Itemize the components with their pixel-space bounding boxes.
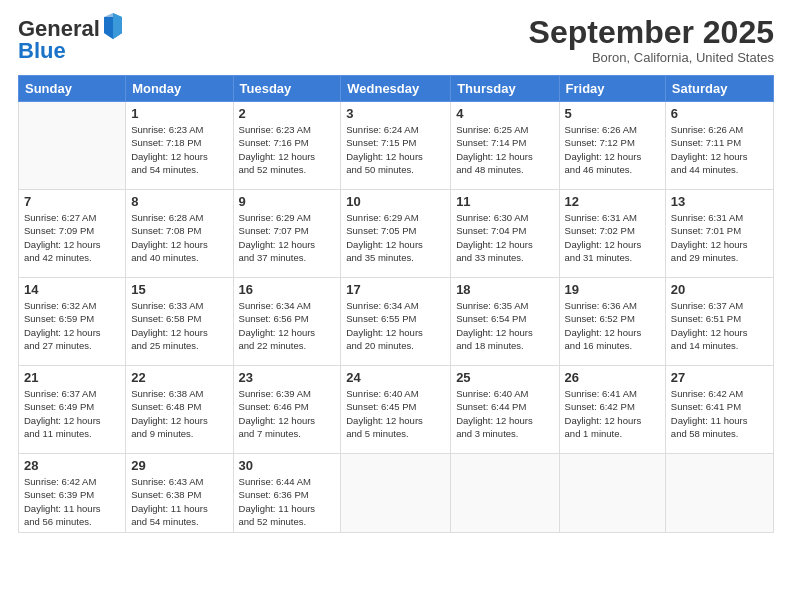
header-row: Sunday Monday Tuesday Wednesday Thursday…	[19, 76, 774, 102]
col-sunday: Sunday	[19, 76, 126, 102]
cell-content: Sunrise: 6:41 AMSunset: 6:42 PMDaylight:…	[565, 387, 660, 440]
calendar-cell: 21Sunrise: 6:37 AMSunset: 6:49 PMDayligh…	[19, 366, 126, 454]
cell-content: Sunrise: 6:31 AMSunset: 7:01 PMDaylight:…	[671, 211, 768, 264]
cell-content: Sunrise: 6:36 AMSunset: 6:52 PMDaylight:…	[565, 299, 660, 352]
cell-content: Sunrise: 6:23 AMSunset: 7:18 PMDaylight:…	[131, 123, 227, 176]
cell-content: Sunrise: 6:29 AMSunset: 7:05 PMDaylight:…	[346, 211, 445, 264]
col-saturday: Saturday	[665, 76, 773, 102]
logo: General Blue	[18, 15, 124, 63]
calendar-cell: 2Sunrise: 6:23 AMSunset: 7:16 PMDaylight…	[233, 102, 341, 190]
day-number: 26	[565, 370, 660, 385]
cell-content: Sunrise: 6:26 AMSunset: 7:12 PMDaylight:…	[565, 123, 660, 176]
cell-content: Sunrise: 6:27 AMSunset: 7:09 PMDaylight:…	[24, 211, 120, 264]
day-number: 10	[346, 194, 445, 209]
calendar-cell: 16Sunrise: 6:34 AMSunset: 6:56 PMDayligh…	[233, 278, 341, 366]
calendar-cell	[665, 454, 773, 533]
month-title: September 2025	[529, 15, 774, 50]
cell-content: Sunrise: 6:42 AMSunset: 6:39 PMDaylight:…	[24, 475, 120, 528]
day-number: 4	[456, 106, 553, 121]
day-number: 20	[671, 282, 768, 297]
calendar-cell: 13Sunrise: 6:31 AMSunset: 7:01 PMDayligh…	[665, 190, 773, 278]
cell-content: Sunrise: 6:24 AMSunset: 7:15 PMDaylight:…	[346, 123, 445, 176]
cell-content: Sunrise: 6:39 AMSunset: 6:46 PMDaylight:…	[239, 387, 336, 440]
calendar-cell: 24Sunrise: 6:40 AMSunset: 6:45 PMDayligh…	[341, 366, 451, 454]
calendar-cell: 8Sunrise: 6:28 AMSunset: 7:08 PMDaylight…	[126, 190, 233, 278]
calendar-cell: 3Sunrise: 6:24 AMSunset: 7:15 PMDaylight…	[341, 102, 451, 190]
week-row-3: 14Sunrise: 6:32 AMSunset: 6:59 PMDayligh…	[19, 278, 774, 366]
calendar-cell: 27Sunrise: 6:42 AMSunset: 6:41 PMDayligh…	[665, 366, 773, 454]
cell-content: Sunrise: 6:33 AMSunset: 6:58 PMDaylight:…	[131, 299, 227, 352]
page: General Blue September 2025 Boron, Calif…	[0, 0, 792, 612]
day-number: 8	[131, 194, 227, 209]
cell-content: Sunrise: 6:25 AMSunset: 7:14 PMDaylight:…	[456, 123, 553, 176]
cell-content: Sunrise: 6:28 AMSunset: 7:08 PMDaylight:…	[131, 211, 227, 264]
cell-content: Sunrise: 6:30 AMSunset: 7:04 PMDaylight:…	[456, 211, 553, 264]
calendar-cell: 14Sunrise: 6:32 AMSunset: 6:59 PMDayligh…	[19, 278, 126, 366]
header: General Blue September 2025 Boron, Calif…	[18, 15, 774, 65]
logo-blue: Blue	[18, 38, 66, 63]
day-number: 1	[131, 106, 227, 121]
day-number: 13	[671, 194, 768, 209]
calendar-cell: 22Sunrise: 6:38 AMSunset: 6:48 PMDayligh…	[126, 366, 233, 454]
day-number: 6	[671, 106, 768, 121]
calendar-cell: 9Sunrise: 6:29 AMSunset: 7:07 PMDaylight…	[233, 190, 341, 278]
calendar-cell	[341, 454, 451, 533]
logo-icon	[102, 13, 124, 41]
day-number: 5	[565, 106, 660, 121]
col-monday: Monday	[126, 76, 233, 102]
day-number: 22	[131, 370, 227, 385]
col-tuesday: Tuesday	[233, 76, 341, 102]
day-number: 19	[565, 282, 660, 297]
cell-content: Sunrise: 6:40 AMSunset: 6:45 PMDaylight:…	[346, 387, 445, 440]
calendar-cell: 20Sunrise: 6:37 AMSunset: 6:51 PMDayligh…	[665, 278, 773, 366]
cell-content: Sunrise: 6:43 AMSunset: 6:38 PMDaylight:…	[131, 475, 227, 528]
calendar-cell: 17Sunrise: 6:34 AMSunset: 6:55 PMDayligh…	[341, 278, 451, 366]
week-row-4: 21Sunrise: 6:37 AMSunset: 6:49 PMDayligh…	[19, 366, 774, 454]
calendar-cell: 5Sunrise: 6:26 AMSunset: 7:12 PMDaylight…	[559, 102, 665, 190]
day-number: 2	[239, 106, 336, 121]
day-number: 12	[565, 194, 660, 209]
calendar-cell: 12Sunrise: 6:31 AMSunset: 7:02 PMDayligh…	[559, 190, 665, 278]
calendar-cell: 19Sunrise: 6:36 AMSunset: 6:52 PMDayligh…	[559, 278, 665, 366]
calendar-cell: 18Sunrise: 6:35 AMSunset: 6:54 PMDayligh…	[451, 278, 559, 366]
cell-content: Sunrise: 6:29 AMSunset: 7:07 PMDaylight:…	[239, 211, 336, 264]
day-number: 23	[239, 370, 336, 385]
cell-content: Sunrise: 6:23 AMSunset: 7:16 PMDaylight:…	[239, 123, 336, 176]
calendar-cell: 7Sunrise: 6:27 AMSunset: 7:09 PMDaylight…	[19, 190, 126, 278]
week-row-1: 1Sunrise: 6:23 AMSunset: 7:18 PMDaylight…	[19, 102, 774, 190]
svg-marker-2	[113, 13, 122, 39]
cell-content: Sunrise: 6:34 AMSunset: 6:55 PMDaylight:…	[346, 299, 445, 352]
cell-content: Sunrise: 6:35 AMSunset: 6:54 PMDaylight:…	[456, 299, 553, 352]
calendar-cell: 25Sunrise: 6:40 AMSunset: 6:44 PMDayligh…	[451, 366, 559, 454]
calendar-cell	[19, 102, 126, 190]
cell-content: Sunrise: 6:32 AMSunset: 6:59 PMDaylight:…	[24, 299, 120, 352]
day-number: 7	[24, 194, 120, 209]
day-number: 28	[24, 458, 120, 473]
col-wednesday: Wednesday	[341, 76, 451, 102]
calendar-cell: 10Sunrise: 6:29 AMSunset: 7:05 PMDayligh…	[341, 190, 451, 278]
day-number: 17	[346, 282, 445, 297]
col-thursday: Thursday	[451, 76, 559, 102]
cell-content: Sunrise: 6:40 AMSunset: 6:44 PMDaylight:…	[456, 387, 553, 440]
calendar-cell: 6Sunrise: 6:26 AMSunset: 7:11 PMDaylight…	[665, 102, 773, 190]
calendar: Sunday Monday Tuesday Wednesday Thursday…	[18, 75, 774, 533]
cell-content: Sunrise: 6:37 AMSunset: 6:49 PMDaylight:…	[24, 387, 120, 440]
calendar-cell: 29Sunrise: 6:43 AMSunset: 6:38 PMDayligh…	[126, 454, 233, 533]
day-number: 15	[131, 282, 227, 297]
calendar-cell: 23Sunrise: 6:39 AMSunset: 6:46 PMDayligh…	[233, 366, 341, 454]
subtitle: Boron, California, United States	[529, 50, 774, 65]
day-number: 30	[239, 458, 336, 473]
calendar-cell: 1Sunrise: 6:23 AMSunset: 7:18 PMDaylight…	[126, 102, 233, 190]
day-number: 21	[24, 370, 120, 385]
calendar-cell: 30Sunrise: 6:44 AMSunset: 6:36 PMDayligh…	[233, 454, 341, 533]
calendar-cell: 26Sunrise: 6:41 AMSunset: 6:42 PMDayligh…	[559, 366, 665, 454]
week-row-5: 28Sunrise: 6:42 AMSunset: 6:39 PMDayligh…	[19, 454, 774, 533]
cell-content: Sunrise: 6:31 AMSunset: 7:02 PMDaylight:…	[565, 211, 660, 264]
week-row-2: 7Sunrise: 6:27 AMSunset: 7:09 PMDaylight…	[19, 190, 774, 278]
day-number: 18	[456, 282, 553, 297]
title-block: September 2025 Boron, California, United…	[529, 15, 774, 65]
day-number: 27	[671, 370, 768, 385]
cell-content: Sunrise: 6:42 AMSunset: 6:41 PMDaylight:…	[671, 387, 768, 440]
day-number: 16	[239, 282, 336, 297]
day-number: 11	[456, 194, 553, 209]
